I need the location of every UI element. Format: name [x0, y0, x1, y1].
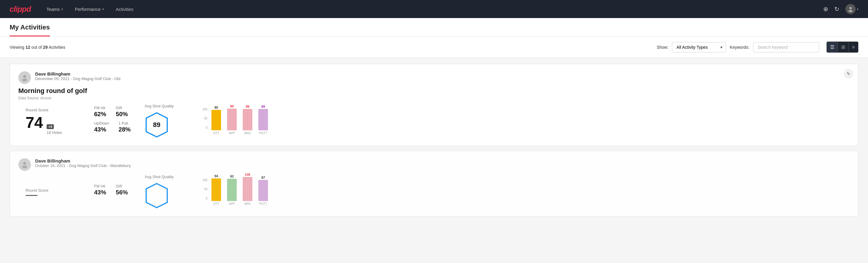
- edit-icon: ✎: [847, 71, 850, 76]
- user-name: Dave Billingham: [35, 71, 850, 77]
- activity-count: 12: [26, 45, 30, 50]
- y-axis: 100 50 0: [203, 108, 209, 129]
- svg-marker-7: [146, 183, 167, 208]
- bar-putt-value: 89: [261, 105, 265, 108]
- score-number: 74: [26, 115, 43, 130]
- card-body: Round Score 74 +4 18 Holes FW Hit 62%: [18, 104, 850, 139]
- score-dash: [26, 195, 38, 196]
- bar-putt-label: PUTT: [259, 132, 267, 135]
- bar-ott: 85 OTT: [211, 106, 221, 135]
- svg-point-0: [849, 7, 852, 9]
- stat-row-1: FW Hit 62% GIR 50%: [94, 106, 135, 118]
- avatar-chevron-icon: ▾: [857, 7, 858, 11]
- navbar: clippd Teams ▾ Performance ▾ Activities …: [0, 0, 868, 18]
- view-toggle: ☰ ⊞ ≡: [827, 41, 858, 53]
- user-meta-2: October 16, 2021 - Gog Magog Golf Club -…: [35, 164, 850, 168]
- bar-ott-2: 94 OTT: [211, 174, 221, 206]
- svg-point-1: [848, 10, 852, 12]
- card-user-info: Dave Billingham December 05, 2021 - Gog …: [35, 71, 850, 81]
- round-score-section: Round Score 74 +4 18 Holes: [18, 108, 91, 135]
- main-content: ✎ Dave Billingham December 05, 2021 - Go…: [0, 58, 868, 223]
- keywords-label: Keywords:: [730, 45, 749, 50]
- score-badge: +4: [46, 124, 54, 129]
- bar-arg-value: 89: [246, 105, 249, 108]
- gir-stat: GIR 50%: [116, 106, 128, 118]
- user-meta: December 05, 2021 - Gog Magog Golf Club …: [35, 77, 850, 81]
- card-body-2: Round Score FW Hit 43% GIR 56%: [18, 175, 850, 209]
- user-avatar: [18, 71, 31, 84]
- list-compact-icon: ☰: [830, 44, 834, 50]
- edit-button[interactable]: ✎: [844, 69, 853, 79]
- y-axis-2: 100 50 0: [203, 178, 209, 200]
- page-title-container: My Activities: [10, 18, 50, 36]
- bar-putt: 89 PUTT: [258, 105, 268, 135]
- grid-icon: ⊞: [841, 44, 845, 50]
- bar-arg-2: 106 ARG: [243, 173, 252, 206]
- refresh-icon: ↻: [834, 5, 839, 12]
- bar-app-value: 90: [230, 105, 234, 108]
- bar-arg-label: ARG: [244, 132, 251, 135]
- round-score-section-2: Round Score: [18, 188, 91, 196]
- y-label-0: 0: [206, 126, 208, 129]
- bar-app-label: APP: [229, 132, 235, 135]
- performance-chevron-icon: ▾: [102, 7, 104, 11]
- list-full-view-button[interactable]: ≡: [849, 42, 858, 52]
- svg-point-5: [23, 162, 26, 165]
- svg-point-2: [23, 75, 26, 78]
- bar-chart-section: 100 50 0 85 OTT: [199, 108, 850, 135]
- bar-ott-col: [211, 110, 221, 130]
- round-score-value: 74 +4 18 Holes: [26, 115, 83, 135]
- viewing-count-label: Viewing 12 out of 29 Activities: [10, 45, 65, 50]
- activity-card-2: Dave Billingham October 16, 2021 - Gog M…: [10, 151, 858, 217]
- activity-type-select-wrapper[interactable]: All Activity Types: [672, 42, 726, 52]
- bar-app-col: [227, 109, 237, 130]
- data-source: Data Source: Arccos: [18, 96, 850, 100]
- y-label-100: 100: [203, 108, 208, 111]
- one-putt-stat: 1 Putt 28%: [119, 121, 130, 133]
- round-score-label-2: Round Score: [26, 188, 83, 193]
- activity-card: ✎ Dave Billingham December 05, 2021 - Go…: [10, 64, 858, 146]
- bar-ott-value: 85: [214, 106, 218, 109]
- stat-row-2: Up/Down 43% 1 Putt 28%: [94, 121, 135, 133]
- nav-activities[interactable]: Activities: [115, 4, 135, 14]
- avg-shot-quality-label: Avg Shot Quality: [145, 104, 193, 108]
- svg-point-3: [22, 79, 27, 81]
- user-avatar-2: [18, 158, 31, 171]
- user-name-2: Dave Billingham: [35, 158, 850, 164]
- grid-view-button[interactable]: ⊞: [838, 42, 849, 52]
- fw-hit-stat: FW Hit 62%: [94, 106, 106, 118]
- activity-type-select[interactable]: All Activity Types: [672, 42, 726, 52]
- add-button[interactable]: ⊕: [823, 5, 828, 12]
- page-header: My Activities: [0, 18, 868, 37]
- filter-controls: Show: All Activity Types Keywords: ☰ ⊞ ≡: [657, 41, 858, 53]
- avatar-menu[interactable]: ▾: [845, 4, 858, 14]
- avg-shot-quality-label-2: Avg Shot Quality: [145, 175, 193, 179]
- bar-arg-col: [243, 109, 252, 130]
- card-user-info-2: Dave Billingham October 16, 2021 - Gog M…: [35, 158, 850, 168]
- score-extra: +4 18 Holes: [46, 124, 62, 135]
- filter-bar: Viewing 12 out of 29 Activities Show: Al…: [0, 37, 868, 58]
- teams-chevron-icon: ▾: [61, 7, 63, 11]
- hex-shape-2: [145, 182, 169, 209]
- gir-stat-2: GIR 56%: [116, 184, 128, 196]
- hex-shape: 89: [145, 111, 169, 139]
- up-down-stat: Up/Down 43%: [94, 121, 109, 133]
- score-holes: 18 Holes: [46, 130, 62, 135]
- bar-app-2: 93 APP: [227, 175, 237, 206]
- quality-body: 89: [145, 111, 193, 139]
- page-title: My Activities: [10, 24, 50, 31]
- quality-body-2: [145, 182, 193, 209]
- refresh-button[interactable]: ↻: [834, 5, 839, 12]
- svg-point-6: [22, 166, 27, 168]
- stat-row-1-2: FW Hit 43% GIR 56%: [94, 184, 135, 196]
- nav-performance[interactable]: Performance ▾: [74, 4, 105, 14]
- search-input[interactable]: [753, 42, 819, 52]
- list-compact-view-button[interactable]: ☰: [827, 42, 838, 52]
- shot-quality-value: 89: [153, 121, 160, 129]
- fw-hit-stat-2: FW Hit 43%: [94, 184, 106, 196]
- fw-gir-section: FW Hit 62% GIR 50% Up/Down 43% 1 Putt: [91, 106, 138, 137]
- nav-teams[interactable]: Teams ▾: [45, 4, 64, 14]
- show-label: Show:: [657, 45, 668, 50]
- avg-shot-quality-section-2: Avg Shot Quality: [138, 175, 199, 209]
- bar-putt-col: [258, 109, 268, 130]
